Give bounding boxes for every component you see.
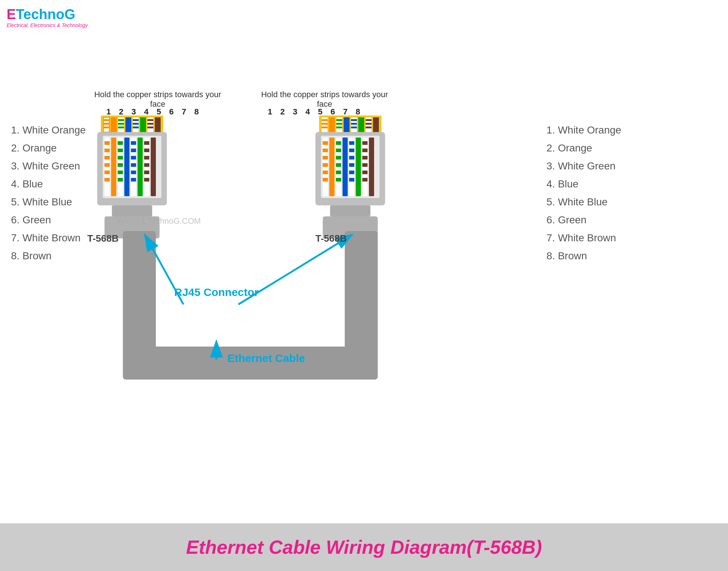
svg-rect-67: [336, 127, 342, 128]
svg-rect-53: [144, 171, 149, 174]
rj45-connector-label: RJ45 Connector: [172, 286, 260, 299]
svg-rect-15: [133, 127, 139, 128]
footer-banner: Ethernet Cable Wiring Diagram(T-568B): [0, 523, 728, 571]
svg-rect-82: [323, 141, 328, 145]
svg-rect-87: [323, 178, 328, 182]
svg-rect-52: [144, 163, 149, 167]
svg-rect-107: [362, 149, 367, 152]
svg-rect-78: [373, 117, 379, 132]
svg-rect-90: [336, 141, 341, 145]
svg-rect-43: [131, 156, 136, 160]
svg-rect-73: [358, 117, 364, 132]
svg-rect-8: [118, 119, 124, 121]
svg-rect-111: [362, 178, 367, 182]
wire-1-right: 1. White Orange: [546, 121, 621, 139]
wire-list-left: 1. White Orange 2. Orange 3. White Green…: [11, 121, 86, 265]
svg-rect-83: [323, 149, 328, 152]
svg-rect-84: [323, 156, 328, 160]
svg-rect-76: [366, 123, 372, 125]
svg-rect-44: [131, 163, 136, 167]
logo-technog: TechnoG: [16, 7, 75, 22]
svg-rect-14: [133, 123, 139, 125]
svg-rect-103: [349, 178, 354, 182]
svg-rect-27: [105, 156, 110, 160]
svg-rect-77: [366, 127, 372, 128]
diagram-area: Hold the copper strips towards your face…: [0, 37, 728, 520]
svg-rect-3: [103, 119, 109, 121]
svg-rect-95: [336, 178, 341, 182]
wire-8-left: 8. Brown: [11, 247, 86, 265]
svg-rect-21: [155, 117, 161, 132]
wire-1-left: 1. White Orange: [11, 121, 86, 139]
wire-list-right: 1. White Orange 2. Orange 3. White Green…: [546, 121, 621, 265]
svg-rect-6: [111, 117, 117, 132]
wire-3-right: 3. White Green: [546, 157, 621, 175]
svg-rect-30: [105, 178, 110, 182]
svg-rect-31: [111, 138, 116, 196]
svg-rect-58: [319, 116, 381, 134]
logo-tagline: Electrical, Electronics & Technology: [7, 22, 88, 28]
svg-rect-18: [147, 119, 153, 121]
svg-rect-94: [336, 171, 341, 174]
svg-rect-60: [322, 119, 328, 121]
svg-rect-91: [336, 149, 341, 152]
svg-rect-41: [131, 141, 136, 145]
svg-rect-51: [144, 156, 149, 160]
svg-rect-13: [133, 119, 139, 121]
svg-rect-38: [118, 178, 123, 182]
hold-text-left: Hold the copper strips towards your face: [90, 90, 226, 109]
svg-rect-28: [105, 163, 110, 167]
svg-rect-50: [144, 149, 149, 152]
svg-rect-56: [112, 205, 152, 216]
svg-rect-88: [329, 138, 334, 196]
svg-rect-72: [351, 127, 357, 128]
svg-rect-0: [101, 116, 163, 134]
svg-rect-93: [336, 163, 341, 167]
svg-rect-54: [144, 178, 149, 182]
svg-rect-104: [356, 138, 361, 196]
svg-rect-108: [362, 156, 367, 160]
svg-rect-96: [343, 138, 348, 196]
svg-rect-20: [147, 127, 153, 128]
logo-e: E: [7, 7, 16, 22]
svg-rect-4: [103, 123, 109, 125]
svg-rect-34: [118, 149, 123, 152]
svg-rect-9: [118, 123, 124, 125]
svg-rect-62: [322, 127, 328, 128]
svg-rect-36: [118, 163, 123, 167]
svg-rect-16: [140, 117, 146, 132]
footer-title: Ethernet Cable Wiring Diagram(T-568B): [186, 536, 542, 558]
svg-rect-5: [103, 127, 109, 128]
svg-rect-45: [131, 171, 136, 174]
wire-2-left: 2. Orange: [11, 139, 86, 157]
wire-5-left: 5. White Blue: [11, 193, 86, 211]
svg-rect-101: [349, 163, 354, 167]
svg-rect-71: [351, 123, 357, 125]
svg-rect-33: [118, 141, 123, 145]
svg-rect-112: [369, 138, 374, 196]
svg-rect-85: [323, 163, 328, 167]
svg-rect-75: [366, 119, 372, 121]
svg-rect-116: [345, 231, 378, 359]
wire-4-left: 4. Blue: [11, 175, 86, 193]
connector-right: [312, 116, 389, 242]
svg-rect-35: [118, 156, 123, 160]
watermark: WWW.ETechnoG.COM: [117, 216, 201, 226]
svg-rect-19: [147, 123, 153, 125]
wire-8-right: 8. Brown: [546, 247, 621, 265]
svg-rect-42: [131, 149, 136, 152]
wire-6-left: 6. Green: [11, 211, 86, 229]
svg-rect-55: [151, 138, 156, 196]
wire-6-right: 6. Green: [546, 211, 621, 229]
svg-rect-11: [125, 117, 131, 132]
svg-rect-29: [105, 171, 110, 174]
svg-rect-49: [144, 141, 149, 145]
wire-4-right: 4. Blue: [546, 175, 621, 193]
hold-text-right: Hold the copper strips towards your face: [257, 90, 392, 109]
svg-rect-65: [336, 119, 342, 121]
wire-7-left: 7. White Brown: [11, 229, 86, 247]
svg-rect-86: [323, 171, 328, 174]
logo: E TechnoG Electrical, Electronics & Tech…: [7, 7, 88, 28]
svg-rect-106: [362, 141, 367, 145]
svg-rect-26: [105, 149, 110, 152]
